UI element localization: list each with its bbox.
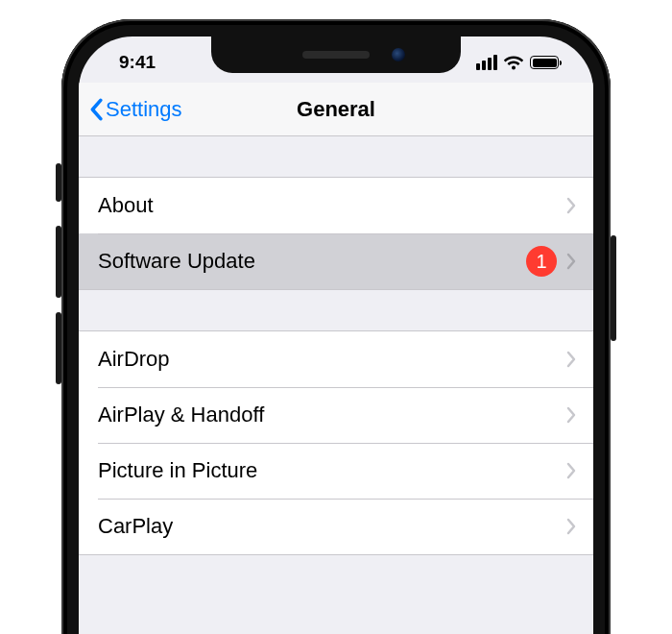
notification-badge: 1 [526, 246, 557, 277]
settings-group: AirDrop AirPlay & Handoff Picture in Pic… [79, 330, 593, 555]
status-indicators [476, 49, 563, 70]
notch [211, 37, 461, 73]
chevron-left-icon [88, 98, 104, 121]
cellular-signal-icon [476, 55, 497, 70]
back-label: Settings [106, 97, 182, 122]
chevron-right-icon [566, 518, 576, 535]
row-airdrop[interactable]: AirDrop [79, 331, 593, 387]
row-label: CarPlay [98, 514, 566, 539]
settings-content[interactable]: About Software Update 1 AirDrop AirPlay … [79, 136, 593, 634]
front-camera [392, 48, 405, 61]
row-label: AirDrop [98, 347, 566, 372]
chevron-right-icon [566, 253, 576, 270]
mute-switch [56, 163, 61, 202]
chevron-right-icon [566, 197, 576, 214]
row-label: Picture in Picture [98, 458, 566, 483]
row-label: Software Update [98, 249, 526, 274]
volume-down-button [56, 312, 61, 384]
row-software-update[interactable]: Software Update 1 [79, 233, 593, 289]
back-button[interactable]: Settings [88, 97, 182, 122]
chevron-right-icon [566, 462, 576, 479]
row-label: AirPlay & Handoff [98, 402, 566, 427]
screen: 9:41 Settings General About [79, 37, 593, 634]
status-time: 9:41 [109, 46, 156, 73]
wifi-icon [504, 55, 523, 70]
chevron-right-icon [566, 406, 576, 424]
chevron-right-icon [566, 351, 576, 368]
volume-up-button [56, 226, 61, 298]
row-label: About [98, 193, 566, 218]
row-airplay-handoff[interactable]: AirPlay & Handoff [79, 387, 593, 443]
row-picture-in-picture[interactable]: Picture in Picture [79, 443, 593, 499]
row-about[interactable]: About [79, 178, 593, 233]
battery-icon [530, 56, 559, 69]
navigation-bar: Settings General [79, 83, 593, 136]
power-button [611, 235, 616, 341]
speaker-grille [302, 51, 370, 59]
row-carplay[interactable]: CarPlay [79, 499, 593, 554]
page-title: General [297, 97, 375, 122]
settings-group: About Software Update 1 [79, 177, 593, 290]
device-frame: 9:41 Settings General About [61, 19, 611, 634]
